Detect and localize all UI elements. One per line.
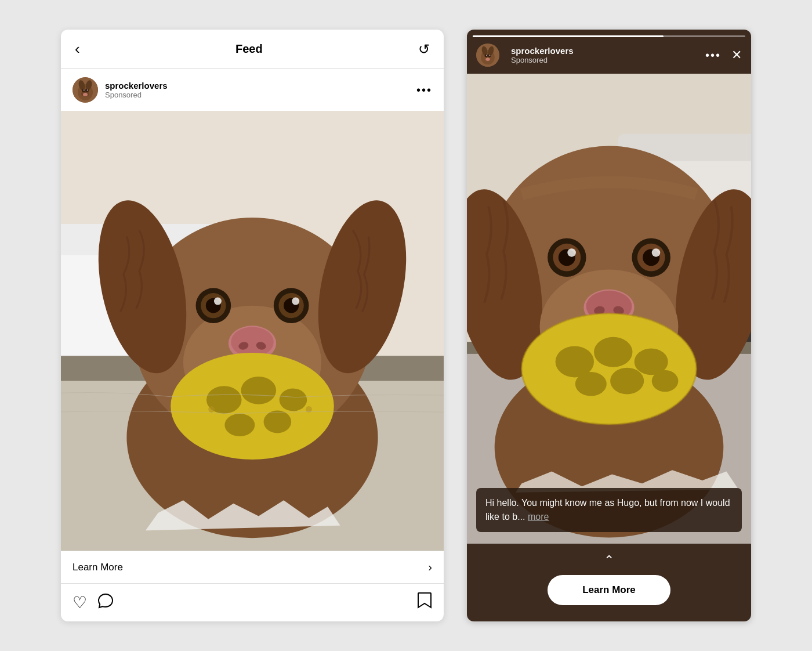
- story-header-right: ••• ✕: [705, 48, 742, 63]
- svg-point-49: [485, 54, 488, 57]
- more-options-button[interactable]: •••: [416, 84, 432, 97]
- back-button[interactable]: ‹: [75, 40, 80, 58]
- svg-point-6: [85, 89, 89, 92]
- svg-point-43: [208, 406, 215, 413]
- avatar: [72, 77, 98, 103]
- post-header: sprockerlovers Sponsored •••: [61, 69, 444, 111]
- svg-point-87: [575, 372, 607, 396]
- story-avatar: [476, 44, 499, 67]
- feed-title: Feed: [235, 42, 263, 56]
- svg-point-5: [82, 89, 85, 92]
- feed-cta-arrow-icon[interactable]: ›: [428, 560, 432, 574]
- story-more-options-button[interactable]: •••: [705, 49, 721, 62]
- svg-point-77: [567, 248, 576, 257]
- svg-point-42: [263, 411, 291, 433]
- story-bottom: ⌃ Learn More: [467, 544, 751, 621]
- svg-point-51: [486, 55, 487, 56]
- refresh-button[interactable]: ↺: [418, 41, 430, 57]
- story-caption-more-link[interactable]: more: [528, 512, 549, 522]
- svg-point-37: [171, 353, 334, 460]
- like-button[interactable]: ♡: [72, 593, 87, 613]
- feed-post-image: [61, 111, 444, 551]
- feed-header: ‹ Feed ↺: [61, 30, 444, 69]
- svg-point-78: [652, 248, 661, 257]
- feed-learn-more-text[interactable]: Learn More: [72, 562, 123, 573]
- post-info: sprockerlovers Sponsored: [105, 81, 416, 99]
- svg-point-89: [652, 370, 679, 392]
- story-username: sprockerlovers: [511, 46, 574, 56]
- story-panel: sprockerlovers Sponsored ••• ✕: [467, 30, 751, 621]
- svg-point-31: [214, 298, 222, 305]
- story-caption-box: Hi hello. You might know me as Hugo, but…: [476, 488, 742, 532]
- bookmark-button[interactable]: [417, 592, 432, 613]
- story-learn-more-button[interactable]: Learn More: [548, 575, 670, 605]
- svg-point-32: [292, 298, 299, 305]
- feed-cta-bar[interactable]: Learn More ›: [61, 551, 444, 584]
- feed-actions-left: ♡: [72, 593, 114, 613]
- feed-actions-bar: ♡: [61, 584, 444, 621]
- story-caption-text: Hi hello. You might know me as Hugo, but…: [485, 498, 730, 522]
- story-user-info: sprockerlovers Sponsored: [505, 46, 705, 64]
- svg-point-39: [241, 377, 277, 404]
- story-close-button[interactable]: ✕: [731, 48, 742, 63]
- svg-point-88: [610, 368, 644, 395]
- svg-point-52: [490, 55, 491, 56]
- story-header: sprockerlovers Sponsored ••• ✕: [467, 30, 751, 74]
- svg-point-85: [594, 337, 632, 367]
- story-image-area: Hi hello. You might know me as Hugo, but…: [467, 74, 751, 544]
- swipe-up-icon[interactable]: ⌃: [604, 553, 614, 568]
- story-sponsored: Sponsored: [511, 56, 574, 64]
- svg-point-8: [87, 89, 88, 91]
- svg-point-22: [231, 327, 274, 357]
- feed-panel: ‹ Feed ↺ sprockerlovers Sponsored: [61, 30, 444, 621]
- post-sponsored: Sponsored: [105, 91, 416, 99]
- svg-point-41: [224, 414, 255, 436]
- comment-button[interactable]: [97, 593, 114, 613]
- svg-point-7: [84, 89, 85, 91]
- svg-point-50: [488, 54, 491, 57]
- post-username: sprockerlovers: [105, 81, 416, 91]
- svg-point-53: [485, 58, 490, 61]
- svg-point-9: [83, 93, 88, 96]
- svg-point-40: [280, 389, 307, 411]
